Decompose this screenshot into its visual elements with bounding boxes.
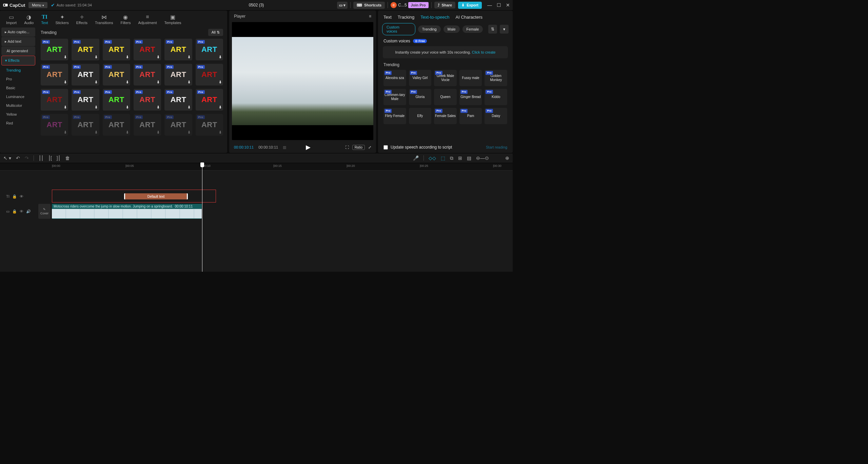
voice-card[interactable]: Queen: [434, 89, 457, 105]
mic-icon[interactable]: 🎤: [413, 155, 419, 161]
sidebar-sub-luminance[interactable]: Luminance: [1, 92, 35, 101]
zoom-out-icon[interactable]: ⊖—⊙: [476, 155, 489, 161]
select-tool-icon[interactable]: ↖ ▾: [3, 155, 11, 161]
download-icon[interactable]: ⬇: [64, 105, 67, 110]
sidebar-sub-trending[interactable]: Trending: [1, 66, 35, 75]
effect-thumb[interactable]: ProART⬇: [164, 114, 192, 136]
fullscreen-icon[interactable]: ⤢: [368, 145, 371, 150]
text-clip[interactable]: Default text: [124, 193, 188, 199]
effect-thumb[interactable]: ProART⬇: [41, 114, 68, 136]
rptab-aichar[interactable]: AI Characters: [455, 15, 482, 20]
voice-card[interactable]: ProCommen-tary Male: [383, 89, 406, 105]
download-icon[interactable]: ⬇: [219, 105, 222, 110]
tab-effects[interactable]: ✧Effects: [73, 13, 91, 26]
close-icon[interactable]: ✕: [506, 2, 510, 8]
download-icon[interactable]: ⬇: [95, 80, 98, 84]
download-icon[interactable]: ⬇: [188, 55, 191, 59]
effect-thumb[interactable]: ProART⬇: [134, 114, 161, 136]
share-button[interactable]: ⤴ Share: [434, 2, 456, 8]
effect-thumb[interactable]: ProART⬇: [103, 39, 130, 60]
menu-button[interactable]: Menu ▾: [28, 2, 47, 8]
lock-icon[interactable]: 🔒: [12, 194, 17, 199]
playhead[interactable]: [202, 163, 202, 272]
sidebar-sub-pro[interactable]: Pro: [1, 75, 35, 83]
undo-icon[interactable]: ↶: [16, 155, 20, 161]
update-speech-checkbox[interactable]: [383, 145, 388, 150]
link-icon[interactable]: ⧉: [450, 155, 453, 161]
download-icon[interactable]: ⬇: [157, 130, 160, 135]
voice-card[interactable]: ProAlexstra sza: [383, 70, 406, 86]
tab-filters[interactable]: ◉Filters: [117, 13, 134, 26]
voice-card[interactable]: ProKiddo: [485, 89, 507, 105]
effect-thumb[interactable]: ProART⬇: [164, 39, 192, 60]
download-icon[interactable]: ⬇: [188, 130, 191, 135]
tab-templates[interactable]: ▣Templates: [161, 13, 184, 26]
snap-icon[interactable]: ◇◇: [429, 155, 436, 161]
download-icon[interactable]: ⬇: [126, 130, 129, 135]
tab-audio[interactable]: ◑Audio: [21, 13, 37, 26]
download-icon[interactable]: ⬇: [64, 55, 67, 59]
vf-custom[interactable]: Custom voices: [382, 23, 415, 35]
vf-trending[interactable]: Trending: [418, 25, 441, 33]
align-icon[interactable]: ⊞: [458, 155, 462, 161]
download-icon[interactable]: ⬇: [219, 55, 222, 59]
player-viewport[interactable]: [232, 22, 373, 140]
download-icon[interactable]: ⬇: [157, 105, 160, 110]
eye-icon[interactable]: 👁: [20, 194, 23, 198]
export-button[interactable]: ⬇ Export: [458, 2, 482, 9]
voice-card[interactable]: ProValley Girl: [409, 70, 432, 86]
effect-thumb[interactable]: ProART⬇: [103, 89, 130, 111]
download-icon[interactable]: ⬇: [219, 130, 222, 135]
join-pro-button[interactable]: Join Pro: [408, 2, 429, 8]
sidebar-item-aigenerated[interactable]: AI generated: [1, 46, 35, 55]
effect-thumb[interactable]: ProART⬇: [164, 64, 192, 85]
play-button[interactable]: ▶: [306, 143, 311, 151]
start-reading-button[interactable]: Start reading: [486, 145, 507, 149]
voice-card[interactable]: ProPam: [459, 108, 482, 124]
effect-thumb[interactable]: ProART⬇: [196, 89, 223, 111]
sidebar-item-autocaptions[interactable]: ▸ Auto captio...: [1, 27, 35, 37]
voice-card[interactable]: ProFlirty Female: [383, 108, 406, 124]
scan-icon[interactable]: ⛶: [345, 145, 349, 149]
tab-text[interactable]: TIText: [38, 13, 51, 26]
layout-button[interactable]: ▭ ▾: [337, 2, 348, 9]
download-icon[interactable]: ⬇: [95, 55, 98, 59]
effect-thumb[interactable]: ProART⬇: [134, 64, 161, 85]
shortcuts-button[interactable]: ⌨ Shortcuts: [353, 2, 385, 9]
rptab-tracking[interactable]: Tracking: [398, 15, 414, 20]
sidebar-item-effects[interactable]: ▾ Effects: [1, 56, 35, 65]
zoom-in-icon[interactable]: ⊕: [505, 155, 509, 161]
split-right-icon[interactable]: ]⎮: [57, 155, 60, 161]
tab-import[interactable]: ▭Import: [3, 13, 20, 26]
effect-thumb[interactable]: ProART⬇: [134, 89, 161, 111]
rptab-tts[interactable]: Text-to-speech: [420, 15, 449, 20]
voice-card[interactable]: ProGolden Monkey: [485, 70, 507, 86]
effect-thumb[interactable]: ProART⬇: [164, 89, 192, 111]
voice-card[interactable]: ProGloria: [409, 89, 432, 105]
download-icon[interactable]: ⬇: [95, 105, 98, 110]
sidebar-sub-multicolor[interactable]: Multicolor: [1, 101, 35, 110]
lock-icon[interactable]: 🔒: [12, 209, 17, 214]
voice-card[interactable]: ProFemale Sales: [434, 108, 457, 124]
click-to-create-link[interactable]: Click to create: [472, 50, 496, 54]
download-icon[interactable]: ⬇: [126, 80, 129, 84]
voice-settings-icon[interactable]: ⇅: [488, 25, 497, 34]
tab-stickers[interactable]: ✦Stickers: [52, 13, 72, 26]
split-icon[interactable]: ⎮⎮: [39, 155, 43, 161]
ratio-button[interactable]: Ratio: [352, 145, 365, 150]
timeline[interactable]: |00:00|00:05|00:10|00:15|00:20|00:25|00:…: [0, 163, 513, 272]
sidebar-item-addtext[interactable]: ▸ Add text: [1, 37, 35, 46]
settings-icon[interactable]: ▤: [467, 155, 471, 161]
user-chip[interactable]: C C...5 Join Pro: [391, 2, 428, 8]
effect-thumb[interactable]: ProART⬇: [196, 64, 223, 85]
effect-thumb[interactable]: ProART⬇: [196, 114, 223, 136]
sidebar-sub-yellow[interactable]: Yellow: [1, 110, 35, 119]
voice-card[interactable]: Elfy: [409, 108, 432, 124]
voice-more-icon[interactable]: ▾: [500, 25, 509, 34]
effect-thumb[interactable]: ProART⬇: [72, 114, 99, 136]
cover-button[interactable]: ✎Cover: [38, 204, 51, 219]
delete-icon[interactable]: 🗑: [65, 155, 70, 161]
eye-icon[interactable]: 👁: [20, 209, 23, 213]
compare-icon[interactable]: ▥: [283, 145, 286, 150]
download-icon[interactable]: ⬇: [219, 80, 222, 84]
